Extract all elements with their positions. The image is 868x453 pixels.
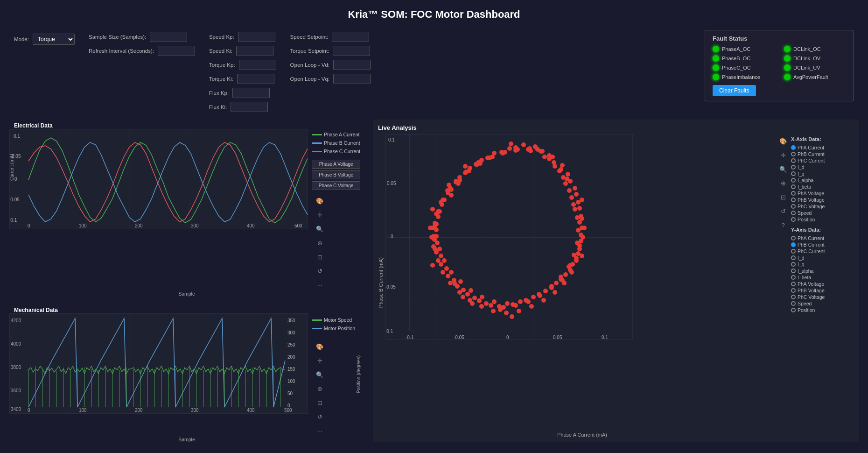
flux-kp-input[interactable]: 8.0 [232, 88, 270, 98]
zoom-icon[interactable]: 🔍 [315, 224, 325, 234]
svg-point-248 [582, 226, 587, 230]
svg-point-232 [445, 188, 450, 193]
pan-icon[interactable]: ✛ [315, 210, 325, 220]
svg-text:250: 250 [287, 342, 295, 347]
x-option-phaA[interactable]: PhA Current [791, 145, 853, 150]
x-option-speed[interactable]: Speed [791, 210, 853, 216]
speed-ki-label: Speed Ki: [209, 48, 232, 54]
svg-point-238 [513, 148, 518, 153]
y-option-phavolt[interactable]: PhA Voltage [791, 281, 853, 287]
x-radio-phcvolt [791, 204, 796, 209]
svg-point-167 [505, 301, 510, 306]
y-option-ibeta[interactable]: I_beta [791, 275, 853, 280]
x-option-ibeta[interactable]: I_beta [791, 184, 853, 190]
svg-text:3800: 3800 [11, 365, 21, 370]
flux-ki-input[interactable]: 0.001 [231, 102, 268, 112]
scatter-y-label: Phase B Current (mA) [376, 257, 385, 308]
clear-faults-button[interactable]: Clear Faults [713, 85, 756, 96]
speed-setpoint-input[interactable]: 2000.0 [332, 32, 369, 42]
open-loop-vq-input[interactable]: 4.0 [333, 74, 371, 84]
y-radio-phcA [791, 249, 796, 254]
mech-reset-icon[interactable]: ↺ [315, 411, 325, 422]
x-option-phcvolt[interactable]: PhC Voltage [791, 204, 853, 209]
svg-point-242 [560, 163, 565, 168]
svg-text:0.05: 0.05 [387, 181, 396, 186]
mech-color-icon[interactable]: 🎨 [315, 341, 325, 352]
sample-size-input[interactable]: 500 [150, 32, 187, 42]
x-option-phcA[interactable]: PhC Current [791, 158, 853, 163]
x-option-position[interactable]: Position [791, 217, 853, 222]
x-option-iq[interactable]: I_q [791, 171, 853, 177]
mech-pan-icon[interactable]: ✛ [315, 355, 325, 366]
y-option-phaA[interactable]: PhA Current [791, 235, 853, 241]
svg-point-228 [432, 237, 437, 242]
svg-point-235 [475, 162, 480, 167]
x-option-phbA[interactable]: PhB Current [791, 151, 853, 157]
scatter-color-icon[interactable]: 🎨 [778, 136, 788, 146]
svg-text:3400: 3400 [11, 407, 21, 412]
speed-ki-input[interactable]: 8e-05 [236, 46, 273, 56]
phase-b-voltage-btn[interactable]: Phase B Voltage [312, 170, 360, 179]
mech-screenshot-icon[interactable]: ⊡ [315, 397, 325, 408]
x-radio-ibeta [791, 184, 796, 189]
fault-phaseC-oc: PhaseC_OC [713, 64, 775, 71]
fault-phaseA-oc-label: PhaseA_OC [722, 46, 750, 52]
phase-c-voltage-btn[interactable]: Phase C Voltage [312, 181, 360, 190]
svg-point-155 [573, 186, 577, 191]
y-option-phcA[interactable]: PhC Current [791, 248, 853, 254]
torque-ki-input[interactable]: 0.001 [237, 74, 274, 84]
color-wheel-icon[interactable]: 🎨 [315, 196, 325, 206]
torque-kp-input[interactable]: 9.0 [239, 60, 276, 70]
svg-point-141 [444, 266, 449, 271]
screenshot-icon[interactable]: ⊡ [315, 252, 325, 262]
svg-point-106 [448, 281, 453, 285]
y-option-position[interactable]: Position [791, 307, 853, 313]
svg-text:0: 0 [14, 177, 17, 182]
svg-text:100: 100 [79, 223, 87, 228]
y-option-iq[interactable]: I_q [791, 262, 853, 267]
legend-speed-line [312, 319, 322, 321]
scatter-zoom-icon[interactable]: 🔍 [778, 164, 788, 174]
speed-kp-input[interactable]: 0.005 [238, 32, 275, 42]
y-option-ialpha[interactable]: I_alpha [791, 268, 853, 274]
y-option-phcvolt[interactable]: PhC Voltage [791, 294, 853, 300]
svg-point-102 [491, 309, 496, 313]
svg-point-166 [518, 299, 523, 304]
svg-text:0.05: 0.05 [553, 335, 562, 340]
svg-text:0.1: 0.1 [388, 137, 395, 142]
phase-a-voltage-btn[interactable]: Phase A Voltage [312, 160, 360, 169]
scatter-screenshot-icon[interactable]: ⊡ [778, 192, 788, 202]
scatter-zoom-out-icon[interactable]: ⊕ [778, 178, 788, 188]
mech-zoom-out-icon[interactable]: ⊕ [315, 383, 325, 394]
zoom-out-icon[interactable]: ⊕ [315, 238, 325, 248]
scatter-pan-icon[interactable]: ✛ [778, 150, 788, 160]
torque-setpoint-input[interactable]: 1.0 [333, 46, 370, 56]
mode-select[interactable]: Torque Speed Open Loop [33, 34, 75, 45]
more-icon[interactable]: ··· [315, 280, 325, 290]
svg-point-138 [472, 296, 477, 300]
svg-text:300: 300 [287, 330, 295, 335]
legend-phaseB-line [312, 142, 322, 144]
scatter-help-icon[interactable]: ? [778, 220, 788, 230]
svg-point-83 [507, 146, 512, 151]
svg-point-191 [449, 193, 454, 198]
mech-zoom-icon[interactable]: 🔍 [315, 369, 325, 380]
y-option-phbvolt[interactable]: PhB Voltage [791, 288, 853, 293]
x-radio-id [791, 165, 796, 170]
y-option-phbA[interactable]: PhB Current [791, 242, 853, 248]
y-option-speed[interactable]: Speed [791, 301, 853, 306]
fault-phase-imbalance-led [713, 74, 719, 80]
x-option-ialpha[interactable]: I_alpha [791, 177, 853, 183]
fault-phaseB-oc-label: PhaseB_OC [722, 56, 750, 61]
refresh-interval-input[interactable]: 2 [158, 46, 195, 56]
mech-more-icon[interactable]: ··· [315, 425, 325, 436]
x-option-phavolt[interactable]: PhA Voltage [791, 191, 853, 196]
y-axis-data-label: Y-Axis Data: [791, 227, 853, 233]
x-option-id[interactable]: I_d [791, 164, 853, 170]
scatter-reset-icon[interactable]: ↺ [778, 206, 788, 216]
y-option-id[interactable]: I_d [791, 255, 853, 261]
reset-icon[interactable]: ↺ [315, 266, 325, 276]
open-loop-vd-input[interactable]: 0.0 [333, 60, 371, 70]
y-radio-id [791, 255, 796, 260]
x-option-phbvolt[interactable]: PhB Voltage [791, 197, 853, 203]
